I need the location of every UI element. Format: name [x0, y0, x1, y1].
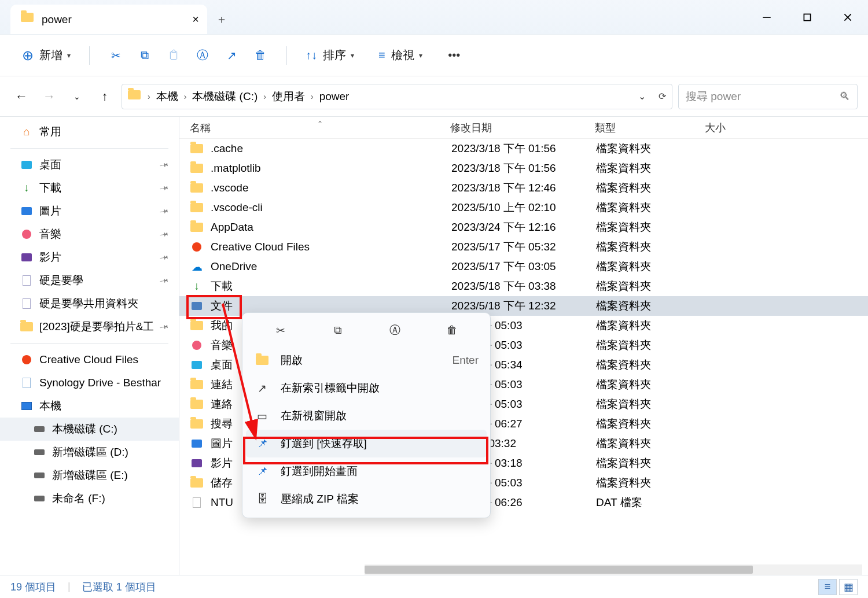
maximize-button[interactable]	[787, 0, 827, 34]
table-row[interactable]: Creative Cloud Files2023/5/17 下午 05:32檔案…	[179, 237, 868, 257]
more-button[interactable]: •••	[442, 45, 466, 65]
search-placeholder: 搜尋 power	[686, 89, 741, 104]
sidebar-item[interactable]: 音樂📌︎	[0, 223, 179, 246]
column-size-header[interactable]: 大小	[705, 121, 745, 135]
file-type: 檔案資料夾	[596, 456, 706, 471]
documents-icon	[190, 299, 204, 313]
sidebar-item[interactable]: 硬是要學共用資料夾	[0, 292, 179, 315]
share-icon: ↗	[227, 49, 237, 62]
delete-button[interactable]: 🗑︎	[444, 322, 461, 338]
sidebar-item[interactable]: 未命名 (F:)	[0, 487, 179, 510]
sidebar-item[interactable]: 硬是要學📌︎	[0, 269, 179, 292]
share-button[interactable]: ↗	[219, 45, 244, 66]
column-date-header[interactable]: 修改日期	[450, 121, 595, 135]
folder-icon	[190, 417, 204, 431]
tab-close-button[interactable]: ×	[192, 13, 199, 26]
sidebar-item[interactable]: 新增磁碟區 (D:)	[0, 441, 179, 464]
copy-icon: ⧉	[141, 49, 149, 62]
file-type: 檔案資料夾	[596, 416, 706, 431]
column-name-header[interactable]: ⌃ 名稱	[190, 121, 450, 135]
recent-dropdown[interactable]: ⌄	[66, 86, 88, 108]
sidebar-item[interactable]: ↓下載📌︎	[0, 176, 179, 200]
menu-open[interactable]: 開啟 Enter	[246, 346, 487, 374]
back-button[interactable]: ←	[10, 86, 32, 108]
sidebar-item[interactable]: 圖片📌︎	[0, 200, 179, 223]
breadcrumb-segment[interactable]: 使用者	[269, 89, 308, 104]
table-row[interactable]: AppData2023/3/24 下午 12:16檔案資料夾	[179, 217, 868, 237]
sidebar-item[interactable]: 本機磁碟 (C:)	[0, 418, 179, 441]
menu-open-new-window[interactable]: ▭ 在新視窗開啟	[246, 402, 487, 430]
table-row[interactable]: .vscode2023/3/18 下午 12:46檔案資料夾	[179, 178, 868, 198]
music-icon	[20, 227, 34, 241]
horizontal-scrollbar[interactable]	[365, 564, 862, 575]
menu-compress-zip[interactable]: 🗄︎ 壓縮成 ZIP 檔案	[246, 485, 487, 513]
sidebar-item-label: 本機磁碟 (C:)	[52, 422, 117, 437]
forward-button[interactable]: →	[38, 86, 60, 108]
sidebar-item[interactable]: 新增磁碟區 (E:)	[0, 464, 179, 487]
rename-button[interactable]: Ⓐ︎	[190, 44, 215, 67]
details-view-button[interactable]: ≡	[818, 579, 837, 595]
table-row[interactable]: .vscode-cli2023/5/10 上午 02:10檔案資料夾	[179, 198, 868, 217]
breadcrumb-segment[interactable]: 本機磁碟 (C:)	[189, 89, 261, 104]
table-row[interactable]: ↓下載2023/5/18 下午 03:38檔案資料夾	[179, 276, 868, 296]
sidebar-item-label: 本機	[39, 398, 61, 414]
search-input[interactable]: 搜尋 power 🔍︎	[678, 84, 858, 109]
sidebar-item[interactable]: ⌂常用	[0, 120, 179, 143]
up-button[interactable]: ↑	[94, 86, 116, 108]
sidebar-item[interactable]: 本機	[0, 394, 179, 418]
menu-pin-start[interactable]: 📌︎ 釘選到開始畫面	[246, 457, 487, 485]
sidebar-item-label: 硬是要學	[39, 273, 83, 288]
column-type-header[interactable]: 類型	[595, 121, 705, 135]
sort-button[interactable]: ↑↓ 排序 ▾	[301, 44, 359, 67]
pin-icon: 📌︎	[157, 250, 170, 264]
table-row[interactable]: ☁OneDrive2023/5/17 下午 03:05檔案資料夾	[179, 257, 868, 276]
new-button[interactable]: ⊕ 新增 ▾	[17, 44, 75, 67]
cut-button[interactable]: ✂	[273, 322, 289, 338]
table-row[interactable]: .cache2023/3/18 下午 01:56檔案資料夾	[179, 139, 868, 158]
status-selection: 已選取 1 個項目	[82, 580, 156, 594]
pin-icon: 📌︎	[157, 204, 170, 218]
onedrive-icon: ☁	[190, 260, 204, 274]
clipboard-icon: 📋︎	[168, 49, 179, 62]
chevron-down-icon[interactable]: ⌄	[638, 91, 646, 102]
pin-icon: 📌︎	[157, 227, 170, 241]
new-tab-icon: ↗	[254, 382, 270, 395]
sidebar-item[interactable]: [2023]硬是要學拍片&工📌︎	[0, 315, 179, 338]
file-icon	[190, 496, 204, 510]
file-name: AppData	[211, 221, 451, 234]
delete-button[interactable]: 🗑︎	[248, 45, 273, 65]
file-type: 檔案資料夾	[596, 298, 706, 313]
paste-button[interactable]: 📋︎	[161, 45, 186, 65]
file-type: 檔案資料夾	[596, 161, 706, 176]
copy-button[interactable]: ⧉	[330, 322, 346, 338]
svg-rect-1	[804, 14, 810, 20]
sidebar-item[interactable]: Creative Cloud Files	[0, 348, 179, 371]
file-type: 檔案資料夾	[596, 377, 706, 392]
sidebar-item-label: 下載	[39, 180, 61, 195]
minimize-button[interactable]	[746, 0, 787, 34]
sidebar-item[interactable]: 影片📌︎	[0, 246, 179, 269]
folder-icon	[20, 320, 34, 334]
address-bar[interactable]: › 本機 › 本機磁碟 (C:) › 使用者 › power ⌄ ⟳	[122, 84, 672, 109]
table-row[interactable]: .matplotlib2023/3/18 下午 01:56檔案資料夾	[179, 158, 868, 178]
sidebar-item[interactable]: Synology Drive - Besthar	[0, 371, 179, 394]
pin-icon: 📌︎	[157, 320, 170, 334]
file-name: .vscode-cli	[211, 201, 451, 214]
breadcrumb-segment[interactable]: 本機	[153, 89, 182, 104]
close-window-button[interactable]	[827, 0, 868, 34]
cut-button[interactable]: ✂	[104, 45, 128, 66]
window-tab[interactable]: power ×	[10, 5, 207, 34]
breadcrumb-segment[interactable]: power	[316, 90, 353, 103]
menu-pin-quick-access[interactable]: 📌︎ 釘選到 [快速存取]	[246, 430, 487, 457]
refresh-button[interactable]: ⟳	[659, 91, 666, 102]
view-button[interactable]: ≡ 檢視 ▾	[374, 44, 427, 67]
copy-button[interactable]: ⧉	[133, 45, 157, 65]
menu-open-new-tab[interactable]: ↗ 在新索引標籤中開啟	[246, 374, 487, 402]
desktop-icon	[190, 358, 204, 372]
pictures-icon	[20, 204, 34, 218]
sidebar-item[interactable]: 桌面📌︎	[0, 153, 179, 176]
new-tab-button[interactable]: ＋	[207, 5, 236, 34]
file-type: 檔案資料夾	[596, 357, 706, 372]
icons-view-button[interactable]: ▦	[839, 579, 858, 595]
rename-button[interactable]: Ⓐ︎	[387, 322, 403, 338]
